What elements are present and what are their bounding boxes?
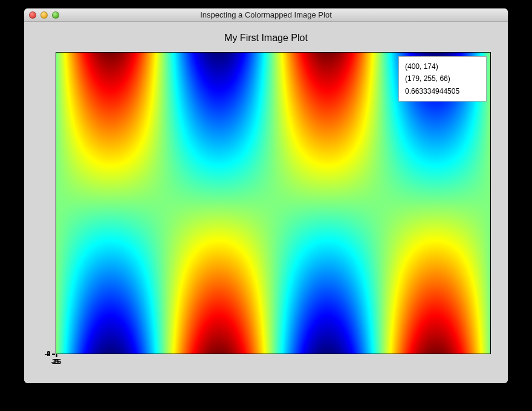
titlebar[interactable]: Inspecting a Colormapped Image Plot — [24, 8, 508, 22]
traffic-lights — [29, 11, 59, 19]
plot-area[interactable]: 4 2 0 -2 -4 -5 -2.5 0 2.5 5 (400, 174) (… — [56, 52, 491, 354]
inspector-rgb: (179, 255, 66) — [405, 73, 480, 85]
x-tick: 5 — [54, 358, 58, 365]
window-title: Inspecting a Colormapped Image Plot — [24, 10, 508, 19]
inspector-value: 0.663334944505 — [405, 85, 480, 97]
content-area: My First Image Plot 4 2 0 -2 -4 -5 -2.5 … — [24, 22, 508, 383]
minimize-icon[interactable] — [41, 11, 48, 19]
inspector-pixel: (400, 174) — [405, 60, 480, 73]
image-inspector-overlay: (400, 174) (179, 255, 66) 0.663334944505 — [398, 56, 487, 102]
chart-title: My First Image Plot — [24, 33, 508, 44]
y-tick: -4 — [45, 351, 50, 357]
zoom-icon[interactable] — [52, 11, 59, 19]
app-window: Inspecting a Colormapped Image Plot My F… — [24, 8, 508, 383]
close-icon[interactable] — [29, 11, 36, 19]
